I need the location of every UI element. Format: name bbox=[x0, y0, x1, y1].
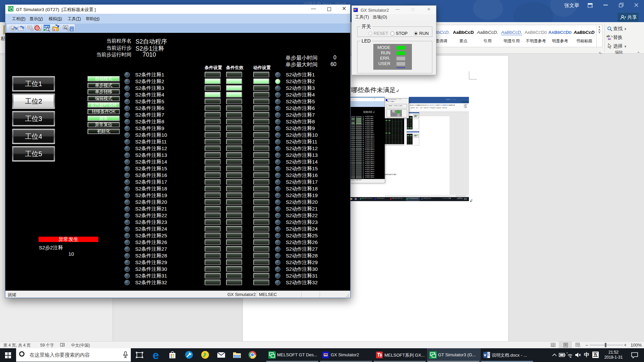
svg-text:*: * bbox=[567, 352, 568, 355]
svg-text:W: W bbox=[11, 27, 14, 31]
svg-text:ac: ac bbox=[608, 37, 611, 40]
svg-text:R: R bbox=[54, 28, 56, 32]
svg-text:DEV: DEV bbox=[44, 25, 50, 28]
